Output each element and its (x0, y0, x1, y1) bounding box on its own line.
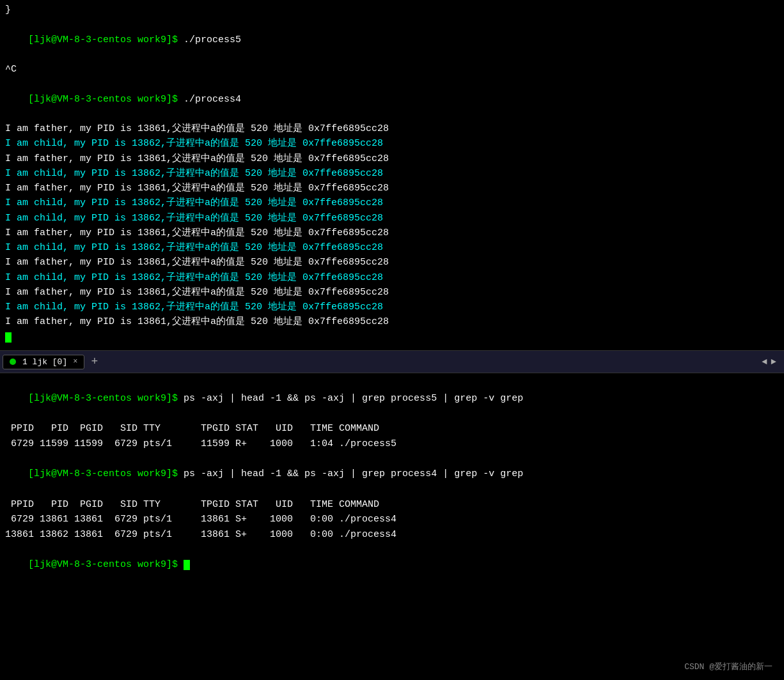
line-brace: } (5, 3, 779, 17)
top-terminal-pane: } [ljk@VM-8-3-centos work9]$ ./process5 … (0, 0, 784, 350)
line-final-prompt: [ljk@VM-8-3-centos work9]$ (5, 543, 779, 588)
line-father-3: I am father, my PID is 13861,父进程中a的值是 52… (5, 181, 779, 196)
tab-nav-area: ◄ ► (762, 357, 781, 367)
terminal-cursor-top (5, 332, 12, 343)
line-father-6: I am father, my PID is 13861,父进程中a的值是 52… (5, 285, 779, 300)
tab-add-button[interactable]: + (86, 355, 103, 368)
line-child-5: I am child, my PID is 13862,子进程中a的值是 520… (5, 240, 779, 255)
line-father-2: I am father, my PID is 13861,父进程中a的值是 52… (5, 151, 779, 166)
line-ps-data-process4-child: 13861 13862 13861 6729 pts/1 13861 S+ 10… (5, 527, 779, 543)
line-child-1: I am child, my PID is 13862,子进程中a的值是 520… (5, 136, 779, 151)
line-ps-data-process4-parent: 6729 13861 13861 6729 pts/1 13861 S+ 100… (5, 512, 779, 527)
terminal-cursor-bottom (184, 560, 190, 570)
line-father-1: I am father, my PID is 13861,父进程中a的值是 52… (5, 121, 779, 136)
line-process4-prompt: [ljk@VM-8-3-centos work9]$ ./process4 (5, 77, 779, 121)
line-ctrlc: ^C (5, 62, 779, 77)
tab-label: 1 ljk [0] (22, 357, 67, 367)
line-child-4: I am child, my PID is 13862,子进程中a的值是 520… (5, 211, 779, 226)
line-child-3: I am child, my PID is 13862,子进程中a的值是 520… (5, 196, 779, 210)
bottom-terminal-pane: [ljk@VM-8-3-centos work9]$ ps -axj | hea… (0, 373, 784, 591)
line-ps-header-1: PPID PID PGID SID TTY TPGID STAT UID TIM… (5, 421, 779, 437)
line-father-5: I am father, my PID is 13861,父进程中a的值是 52… (5, 255, 779, 270)
tab-1-ljk[interactable]: 1 ljk [0] × (3, 355, 84, 369)
line-process5-prompt: [ljk@VM-8-3-centos work9]$ ./process5 (5, 17, 779, 62)
line-ps-data-process5: 6729 11599 11599 6729 pts/1 11599 R+ 100… (5, 437, 779, 452)
line-child-6: I am child, my PID is 13862,子进程中a的值是 520… (5, 270, 779, 285)
line-child-7: I am child, my PID is 13862,子进程中a的值是 520… (5, 300, 779, 314)
line-ps-header-2: PPID PID PGID SID TTY TPGID STAT UID TIM… (5, 497, 779, 513)
tab-dot-green (10, 359, 16, 365)
tab-nav-next[interactable]: ► (771, 357, 776, 367)
footer-text: CSDN @爱打酱油的新一 (684, 662, 772, 672)
line-ps-process5-cmd: [ljk@VM-8-3-centos work9]$ ps -axj | hea… (5, 376, 779, 421)
tab-close-button[interactable]: × (73, 357, 77, 366)
line-ps-process4-cmd: [ljk@VM-8-3-centos work9]$ ps -axj | hea… (5, 451, 779, 497)
footer-watermark: CSDN @爱打酱油的新一 (684, 661, 772, 672)
line-child-2: I am child, my PID is 13862,子进程中a的值是 520… (5, 166, 779, 181)
tab-nav-prev[interactable]: ◄ (762, 357, 767, 367)
line-father-4: I am father, my PID is 13861,父进程中a的值是 52… (5, 226, 779, 240)
tab-bar: 1 ljk [0] × + ◄ ► (0, 350, 784, 373)
line-father-7: I am father, my PID is 13861,父进程中a的值是 52… (5, 314, 779, 329)
line-cursor-top (5, 330, 779, 344)
